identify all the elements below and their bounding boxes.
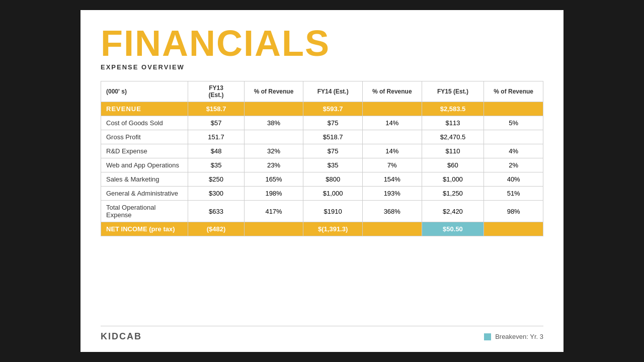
cell-total-operational-expense-label: Total Operational Expense [101,201,188,222]
cell-r&d-expense-fy15_pct: 4% [484,144,543,158]
cell-revenue-fy13: $158.7 [188,102,244,116]
cell-general-&-administrative-fy13_pct: 198% [244,187,303,201]
footer: KIDCAB Breakeven: Yr. 3 [101,326,543,342]
cell-general-&-administrative-fy14_pct: 193% [362,187,422,201]
cell-web-and-app-operations-fy14: $35 [303,158,363,172]
cell-general-&-administrative-fy14: $1,000 [303,187,363,201]
col-header-fy13: FY13 (Est.) [188,81,244,102]
table-row: Sales & Marketing$250165%$800154%$1,0004… [101,172,543,187]
page-subtitle: EXPENSE OVERVIEW [101,63,543,71]
table-row: NET INCOME (pre tax)($482)$(1,391.3)$50.… [101,222,543,236]
cell-gross-profit-fy15_pct [484,130,543,144]
cell-cost-of-goods-sold-label: Cost of Goods Sold [101,116,188,130]
col-header-fy14: FY14 (Est.) [303,81,363,102]
table-row: Gross Profit151.7$518.7$2,470.5 [101,130,543,144]
table-row: Cost of Goods Sold$5738%$7514%$1135% [101,116,543,130]
cell-r&d-expense-fy14: $75 [303,144,363,158]
cell-sales-&-marketing-fy14: $800 [303,172,363,187]
cell-r&d-expense-label: R&D Expense [101,144,188,158]
cell-r&d-expense-fy14_pct: 14% [362,144,422,158]
cell-total-operational-expense-fy14_pct: 368% [362,201,422,222]
cell-gross-profit-fy13_pct [244,130,303,144]
cell-cost-of-goods-sold-fy14_pct: 14% [362,116,422,130]
table-header-row: (000' s) FY13 (Est.) % of Revenue FY14 (… [101,81,543,102]
page-title: FINANCIALS [101,25,543,61]
cell-gross-profit-fy14: $518.7 [303,130,363,144]
cell-gross-profit-fy14_pct [362,130,422,144]
table-row: R&D Expense$4832%$7514%$1104% [101,144,543,158]
cell-general-&-administrative-fy13: $300 [188,187,244,201]
col-header-fy15-pct: % of Revenue [484,81,543,102]
cell-r&d-expense-fy13: $48 [188,144,244,158]
cell-web-and-app-operations-label: Web and App Operations [101,158,188,172]
cell-revenue-fy14_pct [362,102,422,116]
col-header-fy15: FY15 (Est.) [422,81,484,102]
cell-total-operational-expense-fy13: $633 [188,201,244,222]
col-header-fy14-pct: % of Revenue [362,81,422,102]
cell-total-operational-expense-fy15_pct: 98% [484,201,543,222]
cell-cost-of-goods-sold-fy14: $75 [303,116,363,130]
table-row: REVENUE$158.7$593.7$2,583.5 [101,102,543,116]
col-header-fy13-pct: % of Revenue [244,81,303,102]
table-row: Total Operational Expense$633417%$191036… [101,201,543,222]
cell-total-operational-expense-fy13_pct: 417% [244,201,303,222]
cell-web-and-app-operations-fy15: $60 [422,158,484,172]
financials-table: (000' s) FY13 (Est.) % of Revenue FY14 (… [101,81,543,236]
cell-cost-of-goods-sold-fy13: $57 [188,116,244,130]
cell-revenue-fy15: $2,583.5 [422,102,484,116]
cell-sales-&-marketing-fy15_pct: 40% [484,172,543,187]
cell-gross-profit-label: Gross Profit [101,130,188,144]
cell-sales-&-marketing-fy15: $1,000 [422,172,484,187]
cell-web-and-app-operations-fy13_pct: 23% [244,158,303,172]
cell-revenue-label: REVENUE [101,102,188,116]
cell-net-income-(pre-tax)-fy13_pct [244,222,303,236]
slide: FINANCIALS EXPENSE OVERVIEW (000' s) FY1… [80,10,564,352]
cell-sales-&-marketing-label: Sales & Marketing [101,172,188,187]
cell-general-&-administrative-label: General & Administrative [101,187,188,201]
cell-general-&-administrative-fy15: $1,250 [422,187,484,201]
col-header-label: (000' s) [101,81,188,102]
cell-general-&-administrative-fy15_pct: 51% [484,187,543,201]
cell-revenue-fy15_pct [484,102,543,116]
cell-net-income-(pre-tax)-fy15_pct [484,222,543,236]
cell-revenue-fy14: $593.7 [303,102,363,116]
cell-cost-of-goods-sold-fy15: $113 [422,116,484,130]
breakeven-icon [484,333,491,340]
brand-name: KIDCAB [101,331,142,342]
cell-total-operational-expense-fy14: $1910 [303,201,363,222]
cell-net-income-(pre-tax)-fy15: $50.50 [422,222,484,236]
table-row: General & Administrative$300198%$1,00019… [101,187,543,201]
cell-total-operational-expense-fy15: $2,420 [422,201,484,222]
cell-gross-profit-fy15: $2,470.5 [422,130,484,144]
cell-r&d-expense-fy13_pct: 32% [244,144,303,158]
table-row: Web and App Operations$3523%$357%$602% [101,158,543,172]
cell-web-and-app-operations-fy13: $35 [188,158,244,172]
cell-sales-&-marketing-fy14_pct: 154% [362,172,422,187]
cell-sales-&-marketing-fy13: $250 [188,172,244,187]
cell-net-income-(pre-tax)-label: NET INCOME (pre tax) [101,222,188,236]
cell-cost-of-goods-sold-fy13_pct: 38% [244,116,303,130]
cell-net-income-(pre-tax)-fy14_pct [362,222,422,236]
cell-net-income-(pre-tax)-fy13: ($482) [188,222,244,236]
cell-web-and-app-operations-fy14_pct: 7% [362,158,422,172]
cell-gross-profit-fy13: 151.7 [188,130,244,144]
footer-note-text: Breakeven: Yr. 3 [495,333,543,340]
cell-revenue-fy13_pct [244,102,303,116]
footer-note: Breakeven: Yr. 3 [484,333,543,340]
cell-web-and-app-operations-fy15_pct: 2% [484,158,543,172]
cell-net-income-(pre-tax)-fy14: $(1,391.3) [303,222,363,236]
cell-r&d-expense-fy15: $110 [422,144,484,158]
cell-sales-&-marketing-fy13_pct: 165% [244,172,303,187]
cell-cost-of-goods-sold-fy15_pct: 5% [484,116,543,130]
